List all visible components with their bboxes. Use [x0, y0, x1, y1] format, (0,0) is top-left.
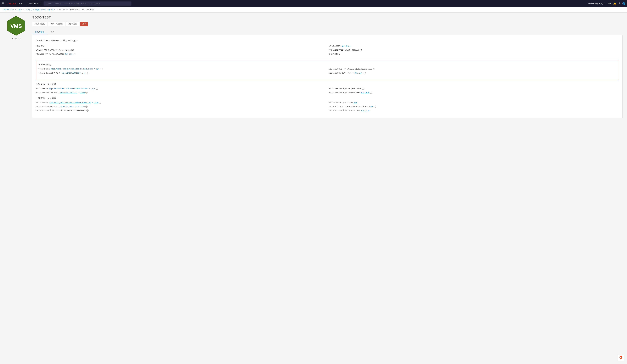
external-link-icon: ↗ — [93, 68, 95, 70]
cluster-label: クラスタ数: — [329, 53, 338, 55]
vcenter-pass-info: vCenterの初期パスワード: •••••• 表示 コピー i — [329, 72, 616, 74]
hcx-manager-info-icon[interactable]: i — [99, 102, 101, 104]
terminate-button[interactable]: 終了 — [80, 22, 88, 26]
cluster-count-info: クラスタ数: 1 — [329, 53, 619, 55]
global-search-input[interactable] — [44, 1, 131, 5]
nsx-manager-url-link[interactable]: https://nsx-sddc-test.sddc.nrt.oci.oracl… — [50, 88, 88, 90]
vsphere-client-copy-link[interactable]: コピー — [95, 68, 100, 70]
nsx-edge-show-link[interactable]: 表示 — [65, 53, 68, 55]
breadcrumb-vmware-link[interactable]: VMwareソリューション — [3, 9, 22, 11]
vmware-version-value: 8.0 update 3 — [64, 49, 74, 51]
help-icon[interactable]: ? — [619, 2, 620, 5]
nsx-info-grid: NSXマネージャ: https://nsx-sddc-test.sddc.nrt… — [36, 87, 619, 94]
hcx-info: HCX: 有効 — [36, 45, 326, 47]
nsx-ip-url-link[interactable]: https://172.16.100.131 — [60, 92, 77, 94]
nsx-edge-label: NSX Edge IPアドレス: — [36, 53, 54, 55]
created-label: 作成日: — [329, 49, 335, 51]
move-resources-button[interactable]: リソースの移動 — [48, 22, 65, 26]
hamburger-menu-icon[interactable]: ☰ — [2, 2, 4, 5]
ocid-copy-link[interactable]: コピー — [346, 45, 351, 47]
vcenter-pass-show-link[interactable]: 表示 — [355, 72, 358, 74]
content-card: Oracle Cloud VMwareソリューション HCX: 有効 OCID:… — [32, 35, 623, 118]
nsx-manager-copy-link[interactable]: コピー — [91, 88, 95, 90]
edit-sddc-button[interactable]: SDDCの編集 — [32, 22, 47, 26]
nsx-edge-copy-link[interactable]: コピー — [69, 53, 73, 55]
ocid-label: OCID: — [329, 45, 334, 47]
region-selector[interactable]: Japan East (Tokyo) ▾ — [588, 2, 604, 4]
nsx-user-info-icon[interactable]: i — [362, 88, 364, 90]
hcx-pass-label: HCXマネージャの初期パスワード: — [329, 109, 356, 112]
hcx-ip-label: HCXマネージャのIPアドレス: — [36, 105, 59, 108]
nsx-manager-label: NSXマネージャ: — [36, 87, 49, 90]
hcx-license-change-link[interactable]: 変更 — [354, 102, 357, 104]
vsphere-ip-info-icon[interactable]: i — [87, 72, 89, 74]
breadcrumb-sddc-link[interactable]: ソフトウェア定義のデータ・センター — [25, 9, 55, 11]
vsphere-ip-info: vSphere ClientのIPアドレス: https://172.16.10… — [39, 72, 326, 74]
vcenter-pass-label: vCenterの初期パスワード: — [329, 72, 350, 74]
vcenter-pass-info-icon[interactable]: i — [364, 72, 366, 74]
hcx-license-label: HCXライセンス・タイプ: — [329, 101, 349, 104]
hcx-label: HCX: — [36, 45, 40, 47]
right-panel: SDDC-TEST SDDCの編集 リソースの移動 タグの追加 終了 SDDC情… — [32, 15, 623, 361]
nsx-user-info: NSXマネージャの初期ユーザー名: admin i — [329, 87, 619, 90]
nsx-pass-copy-link[interactable]: コピー — [365, 92, 369, 94]
hcx-ip-copy-link[interactable]: コピー — [80, 105, 85, 107]
hcx-pass-value: •••••• — [357, 109, 360, 111]
nsx-pass-info-icon[interactable]: i — [370, 92, 372, 94]
ocid-show-link[interactable]: 表示 — [342, 45, 345, 47]
nsx-manager-info-icon[interactable]: i — [96, 88, 98, 90]
vcenter-user-info-icon[interactable]: i — [373, 68, 375, 70]
hcx-pass-copy-link[interactable]: コピー — [365, 109, 369, 111]
top-navigation: ☰ ORACLE Cloud Cloud Classic › Japan Eas… — [0, 0, 627, 7]
nsx-manager-url-info: NSXマネージャ: https://nsx-sddc-test.sddc.nrt… — [36, 87, 326, 90]
hcx-manager-copy-link[interactable]: コピー — [94, 102, 99, 104]
hcx-ip-external-link-icon: ↗ — [78, 105, 79, 107]
tab-sddc-info[interactable]: SDDC情報 — [32, 29, 47, 35]
hcx-ip-info-icon[interactable]: i — [85, 105, 88, 107]
breadcrumb-current: ソフトウェア定義のデータ・センターの詳細 — [59, 9, 94, 11]
hcx-pass-info: HCXマネージャの初期パスワード: •••••• 表示 コピー — [329, 109, 619, 112]
hcx-user-label: HCXマネージャの初期ユーザー名: — [36, 109, 63, 112]
nsx-ip-external-link-icon: ↗ — [78, 92, 79, 94]
hcx-pass-show-link[interactable]: 表示 — [361, 109, 364, 111]
nsx-edge-value: ....16.100.18 — [54, 53, 64, 55]
hcx-activation-info-icon[interactable]: i — [374, 105, 376, 107]
main-container: VMS アクティブ SDDC-TEST SDDCの編集 リソースの移動 タグの追… — [0, 13, 627, 364]
developer-tools-icon[interactable]: ⌨ — [608, 2, 611, 5]
tab-bar: SDDC情報 タグ — [32, 29, 623, 35]
nsx-pass-show-link[interactable]: 表示 — [361, 92, 364, 94]
hcx-activation-info: HCXオンプレミス・コネクタのアクティブ化キー: 3 表示 i — [329, 105, 619, 108]
nsx-ip-info-icon[interactable]: i — [85, 92, 88, 94]
hcx-activation-show-link[interactable]: 表示 — [370, 105, 374, 107]
notification-bell-icon[interactable]: 🔔 — [613, 2, 616, 5]
oracle-logo: ORACLE Cloud — [7, 2, 23, 5]
action-buttons: SDDCの編集 リソースの移動 タグの追加 終了 — [32, 22, 623, 26]
cluster-value: 1 — [339, 53, 340, 55]
vcenter-user-info: vCenterの初期ユーザー名: administrator@vsphere.l… — [329, 68, 616, 70]
hcx-ip-url-link[interactable]: https://172.16.100.132 — [60, 105, 77, 107]
vcenter-pass-copy-link[interactable]: コピー — [358, 72, 363, 74]
vsphere-ip-url-link[interactable]: https://172.16.100.130 — [61, 72, 79, 74]
cloud-classic-button[interactable]: Cloud Classic › — [26, 2, 42, 5]
tab-tags[interactable]: タグ — [47, 29, 57, 35]
nsx-ip-info: NSXマネージャのIPアドレス: https://172.16.100.131 … — [36, 91, 326, 94]
nsx-edge-info-icon[interactable]: i — [74, 53, 76, 55]
hcx-user-info-icon[interactable]: i — [87, 109, 89, 111]
nsx-user-value: admin — [357, 88, 361, 90]
ocid-info: OCID: ...lassma 表示 コピー — [329, 45, 619, 47]
oracle-vmware-title: Oracle Cloud VMwareソリューション — [36, 39, 619, 42]
nsx-manager-title: NSXマネージャ情報 — [36, 83, 619, 86]
globe-icon[interactable]: 🌐 — [622, 2, 625, 5]
hcx-manager-url-link[interactable]: https://hcxmgr-sddc-test.sddc.nrt.oci.or… — [50, 102, 91, 104]
hcx-ip-info: HCXマネージャのIPアドレス: https://172.16.100.132 … — [36, 105, 326, 108]
nsx-ip-copy-link[interactable]: コピー — [80, 92, 85, 94]
support-dots: ⠿ — [620, 359, 621, 360]
vsphere-client-url-link[interactable]: https://vcenter-sddc-test.sddc.nrt.oci.o… — [51, 68, 93, 70]
vsphere-client-info-icon[interactable]: i — [101, 68, 103, 70]
vsphere-ip-copy-link[interactable]: コピー — [82, 72, 87, 74]
support-icon: 🛟 — [619, 356, 623, 359]
support-button[interactable]: 🛟 ⠿ — [618, 355, 624, 361]
vcenter-section: vCenter情報 vSphere Client: https://vcente… — [36, 61, 619, 80]
vms-logo: VMS — [6, 15, 26, 36]
add-tag-button[interactable]: タグの追加 — [66, 22, 79, 26]
